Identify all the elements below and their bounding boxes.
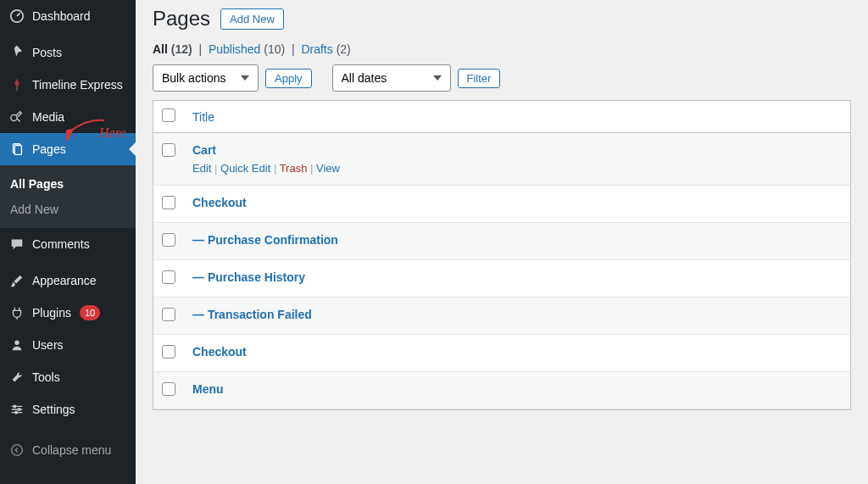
filter-button[interactable]: Filter [458,69,501,88]
row-checkbox[interactable] [162,196,175,209]
sidebar-subitem-all-pages[interactable]: All Pages [0,171,136,197]
admin-sidebar: Dashboard Posts Timeline Express Media P… [0,0,136,484]
row-checkbox[interactable] [162,143,175,157]
svg-rect-1 [16,87,18,92]
sidebar-item-posts[interactable]: Posts [0,36,136,69]
nav-label: Appearance [32,274,97,287]
nav-label: Posts [32,46,62,59]
nav-label: Media [32,110,64,124]
plug-icon [8,304,25,321]
svg-point-9 [12,445,23,456]
column-title-header[interactable]: Title [192,110,214,124]
row-title-link[interactable]: Checkout [192,345,247,359]
row-title-link[interactable]: Checkout [192,196,247,209]
table-row: CartEdit | Quick Edit | Trash | View [153,133,850,186]
table-row: — Purchase Confirmation [153,223,850,260]
pin-icon [8,44,25,61]
svg-point-8 [15,411,18,414]
sidebar-item-settings[interactable]: Settings [0,393,136,426]
row-checkbox[interactable] [162,270,175,284]
nav-label: Plugins [32,306,71,320]
sidebar-item-pages[interactable]: Pages [0,133,136,165]
main-content: Pages Add New All (12) | Published (10) … [136,0,868,484]
svg-point-5 [14,341,19,345]
svg-point-7 [18,409,20,411]
nav-label: Tools [32,370,60,384]
svg-point-6 [14,405,16,408]
row-checkbox[interactable] [162,345,175,359]
nav-label: Pages [32,142,66,156]
sidebar-item-media[interactable]: Media [0,101,136,133]
dashboard-icon [8,8,25,25]
table-row: Checkout [153,186,850,223]
action-edit[interactable]: Edit [192,162,211,175]
comment-icon [8,236,25,253]
pages-icon [8,141,25,158]
row-checkbox[interactable] [162,233,175,247]
bulk-actions-select[interactable]: Bulk actions [153,64,259,92]
date-filter-select[interactable]: All dates [332,64,451,92]
wrench-icon [8,369,25,386]
action-view[interactable]: View [316,162,340,175]
filter-published[interactable]: Published (10) [209,42,285,56]
svg-rect-4 [14,146,21,155]
svg-point-2 [11,114,17,120]
sidebar-item-appearance[interactable]: Appearance [0,264,136,297]
sidebar-item-tools[interactable]: Tools [0,361,136,393]
row-actions: Edit | Quick Edit | Trash | View [192,162,842,175]
nav-label: Timeline Express [32,78,123,92]
plugin-update-badge: 10 [80,305,100,320]
user-icon [8,337,25,353]
status-filter-links: All (12) | Published (10) | Drafts (2) [153,42,851,56]
row-title-link[interactable]: Cart [192,143,216,157]
nav-label: Collapse menu [32,443,111,457]
page-title: Pages [153,7,210,31]
timeline-icon [8,76,25,93]
table-row: Checkout [153,335,850,372]
pages-table: Title CartEdit | Quick Edit | Trash | Vi… [153,100,851,410]
select-all-checkbox[interactable] [162,108,175,122]
sidebar-item-comments[interactable]: Comments [0,228,136,260]
filter-drafts[interactable]: Drafts (2) [301,42,350,56]
nav-label: Comments [32,237,90,251]
sidebar-subitem-add-new[interactable]: Add New [0,197,136,222]
apply-button[interactable]: Apply [265,69,312,88]
row-checkbox[interactable] [162,382,175,396]
table-row: — Transaction Failed [153,298,850,335]
table-row: Menu [153,372,850,409]
sidebar-item-plugins[interactable]: Plugins 10 [0,297,136,329]
nav-label: Users [32,338,64,352]
row-title-link[interactable]: — Purchase History [192,270,305,284]
action-quick-edit[interactable]: Quick Edit [220,162,270,175]
nav-label: Dashboard [32,9,91,23]
filter-all[interactable]: All (12) [153,42,192,56]
row-title-link[interactable]: — Purchase Confirmation [192,233,338,247]
collapse-icon [8,442,25,459]
row-title-link[interactable]: — Transaction Failed [192,308,312,321]
add-new-button[interactable]: Add New [220,8,284,30]
brush-icon [8,272,25,289]
table-row: — Purchase History [153,260,850,298]
media-icon [8,108,25,125]
sidebar-item-users[interactable]: Users [0,329,136,361]
sliders-icon [8,401,25,418]
sidebar-submenu-pages: All Pages Add New [0,165,136,228]
nav-label: Settings [32,403,75,416]
sidebar-item-timeline[interactable]: Timeline Express [0,69,136,101]
row-checkbox[interactable] [162,308,175,321]
sidebar-collapse[interactable]: Collapse menu [0,434,136,466]
sidebar-item-dashboard[interactable]: Dashboard [0,0,136,32]
action-trash[interactable]: Trash [280,162,308,175]
row-title-link[interactable]: Menu [192,382,224,396]
